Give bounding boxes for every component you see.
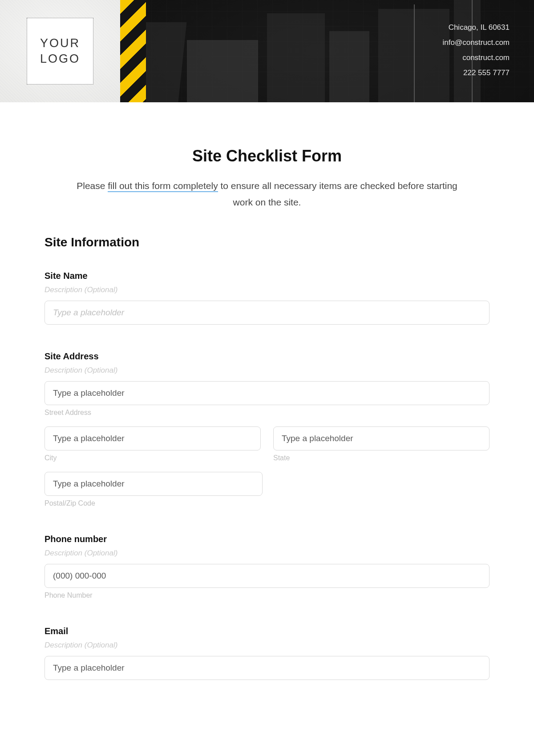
contact-phone: 222 555 7777 xyxy=(443,65,510,80)
sublabel-zip: Postal/Zip Code xyxy=(44,499,263,507)
label-site-address: Site Address xyxy=(44,351,490,362)
field-site-address: Site Address Description (Optional) Stre… xyxy=(44,351,490,507)
field-site-name: Site Name Description (Optional) xyxy=(44,271,490,325)
intro-prefix: Please xyxy=(77,181,108,191)
building-silhouette xyxy=(187,40,258,102)
intro-suffix: to ensure all necessary items are checke… xyxy=(218,181,457,207)
form-intro: Please fill out this form completely to … xyxy=(76,178,458,211)
building-silhouette xyxy=(267,13,325,102)
input-email[interactable] xyxy=(44,656,490,680)
desc-site-name: Description (Optional) xyxy=(44,286,490,294)
logo-placeholder: YOUR LOGO xyxy=(27,18,93,84)
sublabel-phone: Phone Number xyxy=(44,591,490,599)
contact-email: info@construct.com xyxy=(443,35,510,50)
logo-text-line1: YOUR xyxy=(40,36,80,50)
field-email: Email Description (Optional) xyxy=(44,626,490,680)
contact-info: Chicago, IL 60631 info@construct.com con… xyxy=(443,20,510,80)
input-city[interactable] xyxy=(44,426,261,450)
contact-website: construct.com xyxy=(443,50,510,65)
sublabel-state: State xyxy=(273,454,490,462)
header-banner: YOUR LOGO Chicago, IL 60631 info@constru… xyxy=(0,0,534,102)
sublabel-city: City xyxy=(44,454,261,462)
contact-address: Chicago, IL 60631 xyxy=(443,20,510,35)
label-email: Email xyxy=(44,626,490,636)
label-phone: Phone number xyxy=(44,534,490,544)
form-title: Site Checklist Form xyxy=(44,147,490,165)
input-zip[interactable] xyxy=(44,472,263,496)
form-body: Site Checklist Form Please fill out this… xyxy=(0,102,534,680)
building-silhouette xyxy=(329,31,369,102)
field-phone: Phone number Description (Optional) Phon… xyxy=(44,534,490,599)
desc-email: Description (Optional) xyxy=(44,641,490,650)
sublabel-street: Street Address xyxy=(44,409,490,417)
label-site-name: Site Name xyxy=(44,271,490,281)
input-site-name[interactable] xyxy=(44,301,490,325)
input-street-address[interactable] xyxy=(44,381,490,405)
crane-icon xyxy=(414,4,415,102)
intro-underlined: fill out this form completely xyxy=(108,181,218,192)
input-state[interactable] xyxy=(273,426,490,450)
logo-panel: YOUR LOGO xyxy=(0,0,120,102)
desc-phone: Description (Optional) xyxy=(44,549,490,558)
input-phone[interactable] xyxy=(44,564,490,588)
desc-site-address: Description (Optional) xyxy=(44,366,490,375)
hazard-stripes-icon xyxy=(120,0,146,102)
section-site-information: Site Information xyxy=(44,235,490,249)
logo-text-line2: LOGO xyxy=(40,52,80,65)
